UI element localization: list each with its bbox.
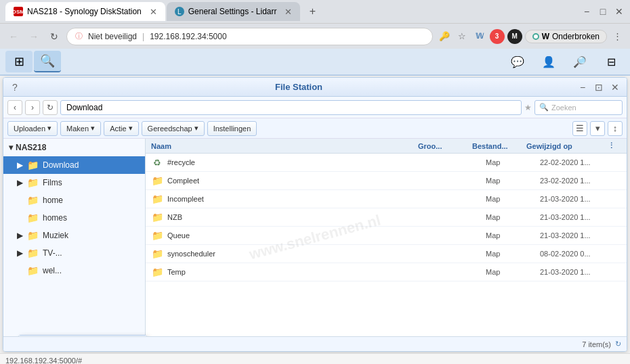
fs-restore-button[interactable]: ⊡ bbox=[593, 81, 605, 93]
file-nzb-name: NZB bbox=[167, 213, 432, 221]
fs-minimize-button[interactable]: − bbox=[576, 81, 589, 93]
file-row-recycle[interactable]: ♻ #recycle Map 22-02-2020 1... bbox=[146, 154, 627, 172]
sidebar-item-homes-label: homes bbox=[43, 213, 67, 223]
file-syno-type: Map bbox=[486, 250, 540, 258]
apps-icon-button[interactable]: ⊟ bbox=[597, 51, 625, 72]
bookmark-icon[interactable]: ☆ bbox=[455, 29, 469, 44]
sidebar-item-films[interactable]: ▶ 📁 Films bbox=[3, 174, 145, 191]
fs-path-input[interactable] bbox=[60, 100, 522, 115]
app-tab-grid[interactable]: ⊞ bbox=[5, 51, 33, 72]
view-list-button[interactable]: ☰ bbox=[572, 121, 587, 136]
sidebar-item-download[interactable]: ▶ 📁 Download bbox=[3, 156, 145, 174]
file-row-nzb[interactable]: 📁 NZB Map 21-03-2020 1... bbox=[146, 208, 627, 227]
fs-back-button[interactable]: ‹ bbox=[7, 100, 22, 115]
settings-label: Instellingen bbox=[213, 124, 251, 133]
account-badge-dark[interactable]: M bbox=[507, 29, 522, 44]
browser-chrome: DSM NAS218 - Synology DiskStation ✕ L Ge… bbox=[0, 0, 630, 76]
sidebar-item-muziek-icon: 📁 bbox=[27, 230, 39, 241]
file-row-incompleet[interactable]: 📁 Incompleet Map 21-03-2020 1... bbox=[146, 190, 627, 208]
sidebar-item-tv[interactable]: ▶ 📁 TV-... bbox=[3, 244, 145, 262]
wallet-icon[interactable]: 𝕎 bbox=[472, 29, 487, 44]
item-count: 7 item(s) bbox=[582, 340, 611, 348]
filelist-header: Naam Groo... Bestand... Gewijzigd op ⋮ bbox=[146, 139, 627, 154]
account-status-button[interactable]: W Onderbroken bbox=[525, 30, 607, 43]
account-badge-red[interactable]: 3 bbox=[490, 29, 505, 44]
sidebar-item-films-label: Films bbox=[43, 178, 62, 187]
settings-button[interactable]: Instellingen bbox=[207, 121, 257, 136]
sidebar-item-wel[interactable]: ▶ 📁 wel... bbox=[3, 262, 145, 279]
context-menu: [Muziek] ➕ Map maken ⬆ Uploaden ▶ ℹ Eige… bbox=[18, 335, 147, 336]
action-button[interactable]: Actie ▾ bbox=[104, 121, 138, 136]
tab-lidarr[interactable]: L General Settings - Lidarr ✕ bbox=[167, 2, 301, 21]
close-button[interactable]: ✕ bbox=[614, 6, 625, 17]
browser-more-button[interactable]: ⋮ bbox=[610, 29, 625, 44]
grid-icon: ⊞ bbox=[14, 54, 24, 69]
app-tab-search[interactable]: 🔍 bbox=[34, 51, 61, 72]
statusbar-refresh-icon[interactable]: ↻ bbox=[615, 340, 621, 348]
sidebar-item-home[interactable]: ▶ 📁 home bbox=[3, 191, 145, 209]
tab-lidarr-close[interactable]: ✕ bbox=[285, 7, 292, 17]
file-queue-name: Queue bbox=[167, 231, 432, 240]
fs-search-box[interactable]: 🔍 🔍 Zoeken Zoeken bbox=[534, 100, 623, 115]
sidebar-item-homes[interactable]: ▶ 📁 homes bbox=[3, 209, 145, 227]
fs-help-button[interactable]: ? bbox=[9, 81, 21, 93]
file-queue-icon: 📁 bbox=[151, 229, 163, 242]
filestation-window: ? File Station − ⊡ ✕ ‹ › ↻ ★ 🔍 🔍 Zoeken … bbox=[3, 77, 627, 352]
tools-button[interactable]: Gereedschap ▾ bbox=[142, 121, 205, 136]
col-name-header[interactable]: Naam bbox=[151, 142, 418, 150]
file-row-compleet[interactable]: 📁 Compleet Map 23-02-2020 1... bbox=[146, 172, 627, 190]
upload-button[interactable]: Uploaden ▾ bbox=[7, 121, 58, 136]
refresh-button[interactable]: ↻ bbox=[46, 28, 62, 45]
file-queue-modified: 21-03-2020 1... bbox=[540, 231, 621, 240]
address-url: 192.168.192.34:5000 bbox=[150, 32, 226, 41]
account-status-text: Onderbroken bbox=[552, 32, 600, 41]
make-button[interactable]: Maken ▾ bbox=[60, 121, 101, 136]
tab-nas-favicon: DSM bbox=[14, 7, 23, 16]
tab-nas-label: NAS218 - Synology DiskStation bbox=[27, 7, 142, 16]
forward-button[interactable]: → bbox=[26, 28, 42, 45]
fs-path-star[interactable]: ★ bbox=[524, 103, 532, 112]
sidebar-root[interactable]: ▾ NAS218 bbox=[3, 139, 145, 156]
user-icon-button[interactable]: 👤 bbox=[535, 51, 562, 72]
file-row-temp[interactable]: 📁 Temp Map 21-03-2020 1... bbox=[146, 263, 627, 281]
col-size-header[interactable]: Groo... bbox=[418, 142, 472, 150]
col-more-header[interactable]: ⋮ bbox=[608, 141, 621, 150]
new-tab-button[interactable]: + bbox=[304, 3, 320, 20]
sidebar-item-wel-icon: 📁 bbox=[27, 265, 39, 276]
fs-sidebar: ▾ NAS218 ▶ 📁 Download ▶ 📁 Films ▶ 📁 home… bbox=[3, 139, 146, 336]
file-syno-modified: 08-02-2020 0... bbox=[540, 250, 621, 258]
view-dropdown-button[interactable]: ▾ bbox=[590, 121, 605, 136]
maximize-button[interactable]: □ bbox=[597, 6, 608, 17]
file-row-syno[interactable]: 📁 synoscheduler Map 08-02-2020 0... bbox=[146, 245, 627, 263]
fs-forward-button[interactable]: › bbox=[25, 100, 40, 115]
file-compleet-type: Map bbox=[486, 177, 540, 185]
fs-close-button[interactable]: ✕ bbox=[609, 81, 621, 93]
file-incompleet-name: Incompleet bbox=[167, 195, 432, 203]
back-button[interactable]: ← bbox=[5, 28, 22, 45]
file-nzb-icon: 📁 bbox=[151, 211, 163, 223]
col-type-header[interactable]: Bestand... bbox=[472, 142, 526, 150]
key-icon[interactable]: 🔑 bbox=[437, 29, 452, 44]
sidebar-item-download-arrow: ▶ bbox=[17, 160, 23, 170]
file-recycle-type: Map bbox=[486, 158, 540, 166]
file-recycle-icon: ♻ bbox=[151, 156, 163, 168]
tab-nas-close[interactable]: ✕ bbox=[150, 7, 157, 17]
file-row-queue[interactable]: 📁 Queue Map 21-03-2020 1... bbox=[146, 227, 627, 245]
sidebar-item-muziek[interactable]: ▶ 📁 Muziek bbox=[3, 227, 145, 244]
tools-label: Gereedschap bbox=[148, 124, 192, 133]
fs-action-bar: Uploaden ▾ Maken ▾ Actie ▾ Gereedschap ▾… bbox=[3, 118, 627, 139]
sidebar-item-home-icon: 📁 bbox=[27, 195, 39, 206]
status-url: 192.168.192.34:5000/# bbox=[5, 357, 82, 365]
address-input[interactable]: ⓘ Niet beveiligd | 192.168.192.34:5000 bbox=[66, 28, 433, 45]
sidebar-item-tv-icon: 📁 bbox=[27, 248, 39, 258]
file-nzb-type: Map bbox=[486, 213, 540, 221]
col-modified-header[interactable]: Gewijzigd op bbox=[526, 142, 608, 150]
app-toolbar: ⊞ 🔍 💬 👤 🔎 ⊟ bbox=[0, 49, 630, 76]
file-recycle-modified: 22-02-2020 1... bbox=[540, 158, 621, 166]
view-sort-button[interactable]: ↕ bbox=[608, 121, 623, 136]
tab-nas[interactable]: DSM NAS218 - Synology DiskStation ✕ bbox=[5, 2, 165, 21]
chat-icon-button[interactable]: 💬 bbox=[504, 51, 531, 72]
search-icon-button[interactable]: 🔎 bbox=[566, 51, 593, 72]
fs-refresh-button[interactable]: ↻ bbox=[43, 100, 58, 115]
minimize-button[interactable]: − bbox=[581, 6, 592, 17]
